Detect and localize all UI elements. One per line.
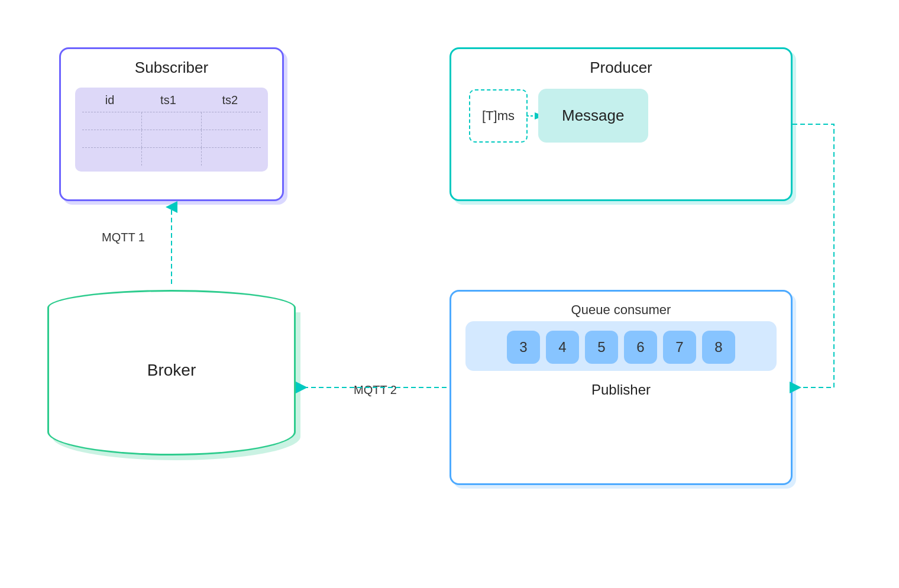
table-col-2-2 [142,130,202,147]
mqtt1-label: MQTT 1 [102,231,145,244]
subscriber-title: Subscriber [61,49,282,83]
table-col-1-2 [142,112,202,130]
queue-num-6: 6 [624,331,657,364]
producer-box: Producer [T]ms Message [450,47,793,201]
queue-num-7: 7 [663,331,696,364]
message-box: Message [538,89,648,143]
table-col-2-1 [82,130,142,147]
queue-num-3: 3 [507,331,540,364]
queue-num-4: 4 [546,331,579,364]
col-id: id [105,93,115,107]
queue-num-5: 5 [585,331,618,364]
table-col-3-3 [202,148,261,166]
producer-inner: [T]ms Message [469,89,773,143]
subscriber-table: id ts1 ts2 [75,88,268,172]
col-ts2: ts2 [222,93,238,107]
broker-label: Broker [47,361,296,380]
table-row-1 [82,112,261,130]
queue-consumer-box: Queue consumer 3 4 5 6 7 8 Publisher [450,290,793,485]
producer-to-queue-arrow [793,124,834,387]
table-col-2-3 [202,130,261,147]
tms-box: [T]ms [469,89,528,143]
diagram-container: Subscriber id ts1 ts2 [0,0,899,588]
producer-title: Producer [451,49,791,83]
queue-consumer-title: Queue consumer [451,292,791,321]
table-col-3-2 [142,148,202,166]
table-col-1-3 [202,112,261,130]
cylinder-body [47,308,296,455]
publisher-label: Publisher [451,378,791,402]
table-col-3-1 [82,148,142,166]
col-ts1: ts1 [160,93,176,107]
queue-numbers: 3 4 5 6 7 8 [465,321,777,371]
table-row-2 [82,130,261,148]
mqtt2-label: MQTT 2 [354,383,397,397]
subscriber-box: Subscriber id ts1 ts2 [59,47,284,201]
broker-container: Broker [47,290,296,479]
table-header: id ts1 ts2 [82,93,261,112]
table-col-1-1 [82,112,142,130]
table-row-3 [82,148,261,166]
broker-cylinder: Broker [47,290,296,455]
queue-num-8: 8 [702,331,735,364]
